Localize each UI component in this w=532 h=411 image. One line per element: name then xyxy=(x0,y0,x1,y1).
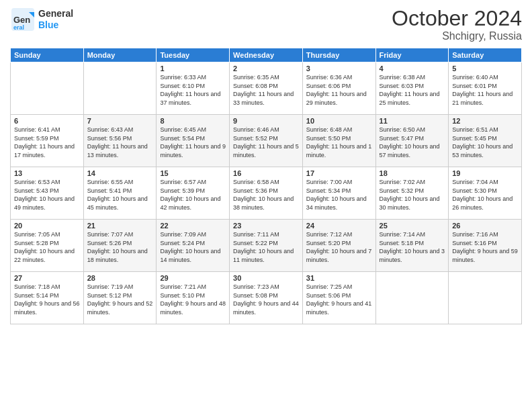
calendar-week-4: 27Sunrise: 7:18 AMSunset: 5:14 PMDayligh… xyxy=(11,272,522,324)
calendar-cell: 8Sunrise: 6:45 AMSunset: 5:54 PMDaylight… xyxy=(157,115,230,167)
calendar-cell: 1Sunrise: 6:33 AMSunset: 6:10 PMDaylight… xyxy=(157,62,230,115)
calendar-cell: 14Sunrise: 6:55 AMSunset: 5:41 PMDayligh… xyxy=(83,167,157,220)
day-info: Sunrise: 7:23 AMSunset: 5:08 PMDaylight:… xyxy=(233,283,299,316)
logo: Gen eral General Blue xyxy=(10,7,73,32)
day-info: Sunrise: 6:46 AMSunset: 5:52 PMDaylight:… xyxy=(233,126,299,159)
title-area: October 2024 Shchigry, Russia xyxy=(392,7,522,42)
day-number: 12 xyxy=(452,117,518,125)
day-number: 2 xyxy=(233,64,299,73)
day-number: 24 xyxy=(306,222,372,230)
day-info: Sunrise: 6:45 AMSunset: 5:54 PMDaylight:… xyxy=(160,126,226,159)
day-number: 17 xyxy=(306,169,372,177)
day-info: Sunrise: 6:50 AMSunset: 5:47 PMDaylight:… xyxy=(380,126,445,159)
day-number: 6 xyxy=(14,117,80,125)
calendar-cell: 4Sunrise: 6:38 AMSunset: 6:03 PMDaylight… xyxy=(375,62,449,115)
page: Gen eral General Blue October 2024 Shchi… xyxy=(0,0,532,411)
day-info: Sunrise: 7:05 AMSunset: 5:28 PMDaylight:… xyxy=(14,230,80,264)
col-thursday: Thursday xyxy=(302,48,375,62)
calendar-cell: 22Sunrise: 7:09 AMSunset: 5:24 PMDayligh… xyxy=(157,220,230,272)
day-info: Sunrise: 6:51 AMSunset: 5:45 PMDaylight:… xyxy=(452,126,518,159)
day-info: Sunrise: 6:40 AMSunset: 6:01 PMDaylight:… xyxy=(452,73,518,107)
day-number: 21 xyxy=(87,222,153,230)
day-number: 15 xyxy=(160,169,226,177)
calendar-cell: 31Sunrise: 7:25 AMSunset: 5:06 PMDayligh… xyxy=(302,272,375,324)
day-number: 14 xyxy=(87,169,153,177)
col-wednesday: Wednesday xyxy=(230,48,303,62)
calendar-cell: 20Sunrise: 7:05 AMSunset: 5:28 PMDayligh… xyxy=(11,220,84,272)
day-info: Sunrise: 6:33 AMSunset: 6:10 PMDaylight:… xyxy=(160,73,226,107)
calendar-cell: 24Sunrise: 7:12 AMSunset: 5:20 PMDayligh… xyxy=(302,220,375,272)
calendar-cell: 9Sunrise: 6:46 AMSunset: 5:52 PMDaylight… xyxy=(230,115,303,167)
day-info: Sunrise: 7:04 AMSunset: 5:30 PMDaylight:… xyxy=(452,178,518,212)
calendar-cell xyxy=(449,272,522,324)
calendar-cell: 16Sunrise: 6:58 AMSunset: 5:36 PMDayligh… xyxy=(230,167,303,220)
day-number: 8 xyxy=(160,117,226,125)
day-info: Sunrise: 7:25 AMSunset: 5:06 PMDaylight:… xyxy=(306,283,372,316)
col-monday: Monday xyxy=(83,48,157,62)
day-number: 26 xyxy=(452,222,518,230)
calendar-week-2: 13Sunrise: 6:53 AMSunset: 5:43 PMDayligh… xyxy=(11,167,522,220)
calendar-cell: 3Sunrise: 6:36 AMSunset: 6:06 PMDaylight… xyxy=(302,62,375,115)
col-tuesday: Tuesday xyxy=(157,48,230,62)
day-number: 4 xyxy=(380,64,445,73)
calendar-cell: 21Sunrise: 7:07 AMSunset: 5:26 PMDayligh… xyxy=(83,220,157,272)
day-number: 31 xyxy=(306,274,372,282)
calendar-cell: 11Sunrise: 6:50 AMSunset: 5:47 PMDayligh… xyxy=(375,115,449,167)
day-number: 18 xyxy=(380,169,445,177)
calendar-week-0: 1Sunrise: 6:33 AMSunset: 6:10 PMDaylight… xyxy=(11,62,522,115)
svg-text:eral: eral xyxy=(13,24,24,31)
calendar-cell: 5Sunrise: 6:40 AMSunset: 6:01 PMDaylight… xyxy=(449,62,522,115)
day-number: 30 xyxy=(233,274,299,282)
calendar-cell: 12Sunrise: 6:51 AMSunset: 5:45 PMDayligh… xyxy=(449,115,522,167)
day-info: Sunrise: 7:09 AMSunset: 5:24 PMDaylight:… xyxy=(160,230,226,264)
calendar-cell: 25Sunrise: 7:14 AMSunset: 5:18 PMDayligh… xyxy=(375,220,449,272)
day-number: 19 xyxy=(452,169,518,177)
day-number: 10 xyxy=(306,117,372,125)
calendar-cell: 29Sunrise: 7:21 AMSunset: 5:10 PMDayligh… xyxy=(157,272,230,324)
day-number: 1 xyxy=(160,64,226,73)
calendar-cell: 30Sunrise: 7:23 AMSunset: 5:08 PMDayligh… xyxy=(230,272,303,324)
day-number: 9 xyxy=(233,117,299,125)
calendar-cell: 13Sunrise: 6:53 AMSunset: 5:43 PMDayligh… xyxy=(11,167,84,220)
day-info: Sunrise: 7:18 AMSunset: 5:14 PMDaylight:… xyxy=(14,283,80,316)
day-info: Sunrise: 7:14 AMSunset: 5:18 PMDaylight:… xyxy=(380,230,445,264)
day-number: 27 xyxy=(14,274,80,282)
calendar-cell xyxy=(83,62,157,115)
day-number: 29 xyxy=(160,274,226,282)
calendar-table: Sunday Monday Tuesday Wednesday Thursday… xyxy=(10,48,522,324)
calendar-week-1: 6Sunrise: 6:41 AMSunset: 5:59 PMDaylight… xyxy=(11,115,522,167)
calendar-header-row: Sunday Monday Tuesday Wednesday Thursday… xyxy=(11,48,522,62)
day-number: 28 xyxy=(87,274,153,282)
day-number: 5 xyxy=(452,64,518,73)
day-number: 13 xyxy=(14,169,80,177)
day-info: Sunrise: 6:55 AMSunset: 5:41 PMDaylight:… xyxy=(87,178,153,212)
calendar-week-3: 20Sunrise: 7:05 AMSunset: 5:28 PMDayligh… xyxy=(11,220,522,272)
day-info: Sunrise: 7:21 AMSunset: 5:10 PMDaylight:… xyxy=(160,283,226,316)
day-info: Sunrise: 7:02 AMSunset: 5:32 PMDaylight:… xyxy=(380,178,445,212)
day-number: 22 xyxy=(160,222,226,230)
col-saturday: Saturday xyxy=(449,48,522,62)
logo-text: General Blue xyxy=(38,8,73,31)
day-number: 23 xyxy=(233,222,299,230)
day-info: Sunrise: 6:57 AMSunset: 5:39 PMDaylight:… xyxy=(160,178,226,212)
col-friday: Friday xyxy=(375,48,449,62)
calendar-cell: 7Sunrise: 6:43 AMSunset: 5:56 PMDaylight… xyxy=(83,115,157,167)
logo-icon: Gen eral xyxy=(10,7,36,32)
calendar-cell: 26Sunrise: 7:16 AMSunset: 5:16 PMDayligh… xyxy=(449,220,522,272)
day-info: Sunrise: 7:00 AMSunset: 5:34 PMDaylight:… xyxy=(306,178,372,212)
day-info: Sunrise: 6:43 AMSunset: 5:56 PMDaylight:… xyxy=(87,126,153,159)
day-number: 3 xyxy=(306,64,372,73)
day-info: Sunrise: 6:53 AMSunset: 5:43 PMDaylight:… xyxy=(14,178,80,212)
day-info: Sunrise: 7:19 AMSunset: 5:12 PMDaylight:… xyxy=(87,283,153,316)
day-info: Sunrise: 6:58 AMSunset: 5:36 PMDaylight:… xyxy=(233,178,299,212)
day-number: 16 xyxy=(233,169,299,177)
month-title: October 2024 xyxy=(392,7,522,30)
day-info: Sunrise: 6:48 AMSunset: 5:50 PMDaylight:… xyxy=(306,126,372,159)
day-info: Sunrise: 7:07 AMSunset: 5:26 PMDaylight:… xyxy=(87,230,153,264)
calendar-cell: 15Sunrise: 6:57 AMSunset: 5:39 PMDayligh… xyxy=(157,167,230,220)
day-info: Sunrise: 7:12 AMSunset: 5:20 PMDaylight:… xyxy=(306,230,372,264)
day-number: 7 xyxy=(87,117,153,125)
calendar-cell: 23Sunrise: 7:11 AMSunset: 5:22 PMDayligh… xyxy=(230,220,303,272)
day-info: Sunrise: 7:16 AMSunset: 5:16 PMDaylight:… xyxy=(452,230,518,264)
day-info: Sunrise: 6:41 AMSunset: 5:59 PMDaylight:… xyxy=(14,126,80,159)
